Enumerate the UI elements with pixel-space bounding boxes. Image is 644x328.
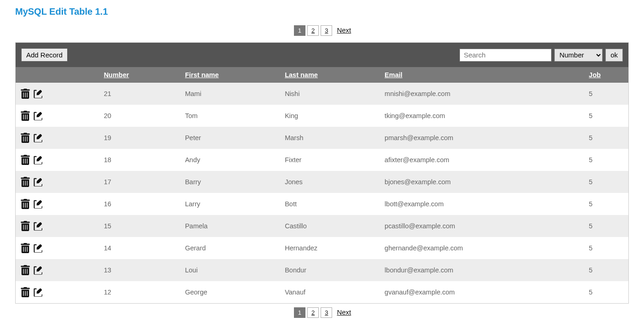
pagination-bottom: 123Next (15, 307, 629, 318)
cell-email: bjones@example.com (380, 171, 584, 193)
cell-first-name: Gerard (180, 237, 280, 259)
trash-icon[interactable] (20, 177, 30, 187)
cell-number: 14 (99, 237, 181, 259)
table-row: 12GeorgeVanaufgvanauf@example.com5 (16, 281, 628, 303)
cell-number: 12 (99, 281, 181, 303)
cell-email: pmarsh@example.com (380, 127, 584, 149)
cell-number: 16 (99, 193, 181, 215)
trash-icon[interactable] (20, 89, 30, 99)
page-next-link[interactable]: Next (337, 308, 351, 316)
page-title: MySQL Edit Table 1.1 (15, 6, 629, 17)
page-button-1: 1 (294, 307, 305, 318)
cell-last-name: Marsh (280, 127, 380, 149)
cell-first-name: Peter (180, 127, 280, 149)
cell-last-name: King (280, 105, 380, 127)
page-button-3[interactable]: 3 (321, 25, 332, 36)
trash-icon[interactable] (20, 133, 30, 143)
trash-icon[interactable] (20, 155, 30, 165)
search-input[interactable] (460, 49, 552, 62)
cell-first-name: Barry (180, 171, 280, 193)
cell-number: 20 (99, 105, 181, 127)
edit-icon[interactable] (33, 111, 43, 121)
edit-icon[interactable] (33, 155, 43, 165)
pagination-top: 123Next (15, 25, 629, 36)
cell-first-name: Loui (180, 259, 280, 281)
cell-job: 5 (584, 83, 628, 105)
trash-icon[interactable] (20, 287, 30, 297)
toolbar: Add Record NumberFirst nameLast nameEmai… (16, 43, 628, 67)
cell-email: ghernande@example.com (380, 237, 584, 259)
table-container: Add Record NumberFirst nameLast nameEmai… (15, 42, 629, 304)
edit-icon[interactable] (33, 287, 43, 297)
page-next-link[interactable]: Next (337, 26, 351, 34)
cell-email: lbondur@example.com (380, 259, 584, 281)
cell-email: tking@example.com (380, 105, 584, 127)
cell-job: 5 (584, 237, 628, 259)
trash-icon[interactable] (20, 265, 30, 275)
cell-last-name: Bondur (280, 259, 380, 281)
trash-icon[interactable] (20, 111, 30, 121)
cell-job: 5 (584, 281, 628, 303)
edit-icon[interactable] (33, 177, 43, 187)
cell-last-name: Hernandez (280, 237, 380, 259)
page-button-2[interactable]: 2 (307, 307, 319, 318)
cell-job: 5 (584, 149, 628, 171)
cell-email: lbott@example.com (380, 193, 584, 215)
cell-first-name: Pamela (180, 215, 280, 237)
column-header-first-name[interactable]: First name (180, 67, 280, 83)
page-button-3[interactable]: 3 (321, 307, 332, 318)
cell-job: 5 (584, 193, 628, 215)
table-row: 21MamiNishimnishi@example.com5 (16, 83, 628, 105)
table-row: 20TomKingtking@example.com5 (16, 105, 628, 127)
cell-first-name: Larry (180, 193, 280, 215)
column-header-job[interactable]: Job (584, 67, 628, 83)
cell-first-name: Mami (180, 83, 280, 105)
cell-email: pcastillo@example.com (380, 215, 584, 237)
cell-last-name: Bott (280, 193, 380, 215)
table-row: 17BarryJonesbjones@example.com5 (16, 171, 628, 193)
cell-last-name: Fixter (280, 149, 380, 171)
cell-email: mnishi@example.com (380, 83, 584, 105)
table-row: 13LouiBondurlbondur@example.com5 (16, 259, 628, 281)
cell-job: 5 (584, 127, 628, 149)
cell-first-name: Tom (180, 105, 280, 127)
cell-number: 18 (99, 149, 181, 171)
page-button-2[interactable]: 2 (307, 25, 319, 36)
cell-first-name: George (180, 281, 280, 303)
trash-icon[interactable] (20, 199, 30, 209)
edit-icon[interactable] (33, 89, 43, 99)
cell-last-name: Vanauf (280, 281, 380, 303)
cell-job: 5 (584, 105, 628, 127)
cell-last-name: Jones (280, 171, 380, 193)
cell-number: 17 (99, 171, 181, 193)
cell-job: 5 (584, 215, 628, 237)
trash-icon[interactable] (20, 221, 30, 231)
cell-last-name: Nishi (280, 83, 380, 105)
add-record-button[interactable]: Add Record (21, 48, 68, 62)
edit-icon[interactable] (33, 133, 43, 143)
search-ok-button[interactable]: ok (605, 49, 623, 62)
cell-number: 21 (99, 83, 181, 105)
edit-icon[interactable] (33, 265, 43, 275)
table-row: 14GerardHernandezghernande@example.com5 (16, 237, 628, 259)
column-header-number[interactable]: Number (99, 67, 181, 83)
edit-icon[interactable] (33, 243, 43, 253)
page-button-1: 1 (294, 25, 305, 36)
table-row: 15PamelaCastillopcastillo@example.com5 (16, 215, 628, 237)
edit-icon[interactable] (33, 221, 43, 231)
table-row: 19PeterMarshpmarsh@example.com5 (16, 127, 628, 149)
table-row: 16LarryBottlbott@example.com5 (16, 193, 628, 215)
table-row: 18AndyFixterafixter@example.com5 (16, 149, 628, 171)
edit-icon[interactable] (33, 199, 43, 209)
cell-first-name: Andy (180, 149, 280, 171)
column-header-last-name[interactable]: Last name (280, 67, 380, 83)
trash-icon[interactable] (20, 243, 30, 253)
column-header-actions (16, 67, 99, 83)
cell-number: 19 (99, 127, 181, 149)
search-group: NumberFirst nameLast nameEmailJob ok (460, 49, 623, 62)
search-column-select[interactable]: NumberFirst nameLast nameEmailJob (554, 49, 603, 62)
cell-job: 5 (584, 259, 628, 281)
data-table: Number First name Last name Email Job 21… (16, 67, 628, 303)
cell-number: 15 (99, 215, 181, 237)
column-header-email[interactable]: Email (380, 67, 584, 83)
